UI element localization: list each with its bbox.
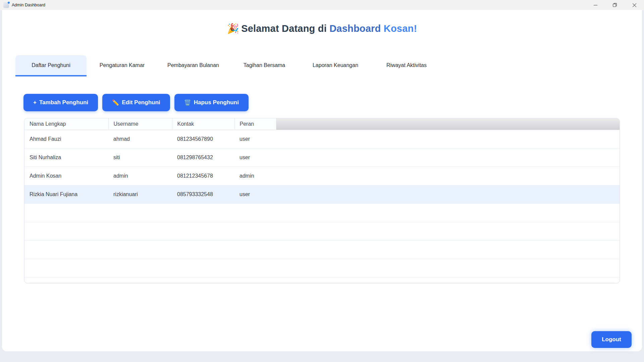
logout-button[interactable]: Logout	[591, 331, 632, 348]
cell-peran: user	[234, 130, 276, 148]
column-header-peran[interactable]: Peran	[234, 118, 276, 130]
close-icon	[633, 3, 636, 7]
penghuni-table: Nama LengkapUsernameKontakPeran Ahmad Fa…	[24, 118, 620, 283]
empty-table-row	[24, 240, 620, 259]
add-penghuni-button[interactable]: +Tambah Penghuni	[23, 94, 98, 111]
edit-penghuni-button[interactable]: ✏️Edit Penghuni	[102, 94, 170, 111]
empty-cell	[24, 222, 620, 240]
table-row[interactable]: Rizkia Nuari Fujianarizkianuari085793332…	[24, 185, 620, 203]
table-body: Ahmad Fauziahmad081234567890userSiti Nur…	[24, 130, 620, 277]
cell-peran: admin	[234, 167, 276, 185]
close-button[interactable]	[625, 0, 644, 10]
page-title-text: Selamat Datang di	[241, 23, 327, 34]
tab-bar: Daftar PenghuniPengaturan KamarPembayara…	[15, 55, 442, 76]
column-header-kontak[interactable]: Kontak	[172, 118, 234, 130]
cell-username: ahmad	[108, 130, 172, 148]
title-bar[interactable]: Admin Dashboard	[0, 0, 644, 10]
cell-username: rizkianuari	[108, 185, 172, 203]
table-row[interactable]: Admin Kosanadmin081212345678admin	[24, 167, 620, 185]
cell-filler	[276, 130, 620, 148]
column-header-username[interactable]: Username	[108, 118, 172, 130]
cell-kontak: 085793332548	[172, 185, 234, 203]
table-row[interactable]: Ahmad Fauziahmad081234567890user	[24, 130, 620, 148]
pencil-icon: ✏️	[112, 99, 119, 106]
empty-table-row	[24, 259, 620, 277]
toolbar: +Tambah Penghuni ✏️Edit Penghuni 🗑️Hapus…	[23, 94, 249, 111]
table-row[interactable]: Siti Nurhalizasiti081298765432user	[24, 148, 620, 167]
cell-filler	[276, 167, 620, 185]
delete-penghuni-label: Hapus Penghuni	[194, 99, 239, 106]
minimize-button[interactable]	[586, 0, 605, 10]
page-title: 🎉Selamat Datang di Dashboard Kosan!	[2, 23, 642, 34]
trash-icon: 🗑️	[184, 99, 191, 106]
tab-daftar-penghuni[interactable]: Daftar Penghuni	[15, 55, 87, 76]
cell-filler	[276, 148, 620, 167]
tab-pengaturan-kamar[interactable]: Pengaturan Kamar	[87, 55, 158, 76]
column-header-filler	[276, 118, 620, 130]
edit-penghuni-label: Edit Penghuni	[122, 99, 160, 106]
page-title-kosan: Kosan!	[384, 23, 417, 34]
empty-table-row	[24, 222, 620, 240]
empty-cell	[24, 203, 620, 222]
table-header-row: Nama LengkapUsernameKontakPeran	[24, 118, 620, 130]
cell-kontak: 081298765432	[172, 148, 234, 167]
page-title-dashboard: Dashboard	[329, 23, 381, 34]
cell-nama: Rizkia Nuari Fujiana	[24, 185, 108, 203]
party-popper-icon: 🎉	[227, 23, 239, 34]
restore-button[interactable]	[605, 0, 625, 10]
empty-table-row	[24, 203, 620, 222]
empty-cell	[24, 240, 620, 259]
tab-riwayat-aktivitas[interactable]: Riwayat Aktivitas	[371, 55, 442, 76]
cell-peran: user	[234, 148, 276, 167]
tab-tagihan-bersama[interactable]: Tagihan Bersama	[229, 55, 300, 76]
restore-icon	[613, 3, 617, 7]
cell-filler	[276, 185, 620, 203]
cell-username: admin	[108, 167, 172, 185]
cell-nama: Siti Nurhaliza	[24, 148, 108, 167]
plus-icon: +	[33, 99, 37, 106]
minimize-icon	[594, 3, 597, 7]
tab-laporan-keuangan[interactable]: Laporan Keuangan	[300, 55, 371, 76]
cell-nama: Admin Kosan	[24, 167, 108, 185]
cell-username: siti	[108, 148, 172, 167]
empty-cell	[24, 259, 620, 277]
add-penghuni-label: Tambah Penghuni	[39, 99, 88, 106]
delete-penghuni-button[interactable]: 🗑️Hapus Penghuni	[174, 94, 249, 111]
main-content: 🎉Selamat Datang di Dashboard Kosan! Daft…	[2, 10, 642, 351]
cell-kontak: 081234567890	[172, 130, 234, 148]
tab-pembayaran-bulanan[interactable]: Pembayaran Bulanan	[158, 55, 229, 76]
column-header-nama-lengkap[interactable]: Nama Lengkap	[24, 118, 108, 130]
window-controls	[586, 0, 644, 10]
cell-nama: Ahmad Fauzi	[24, 130, 108, 148]
cell-peran: user	[234, 185, 276, 203]
cell-kontak: 081212345678	[172, 167, 234, 185]
app-icon	[3, 2, 9, 8]
window-title: Admin Dashboard	[12, 3, 45, 7]
